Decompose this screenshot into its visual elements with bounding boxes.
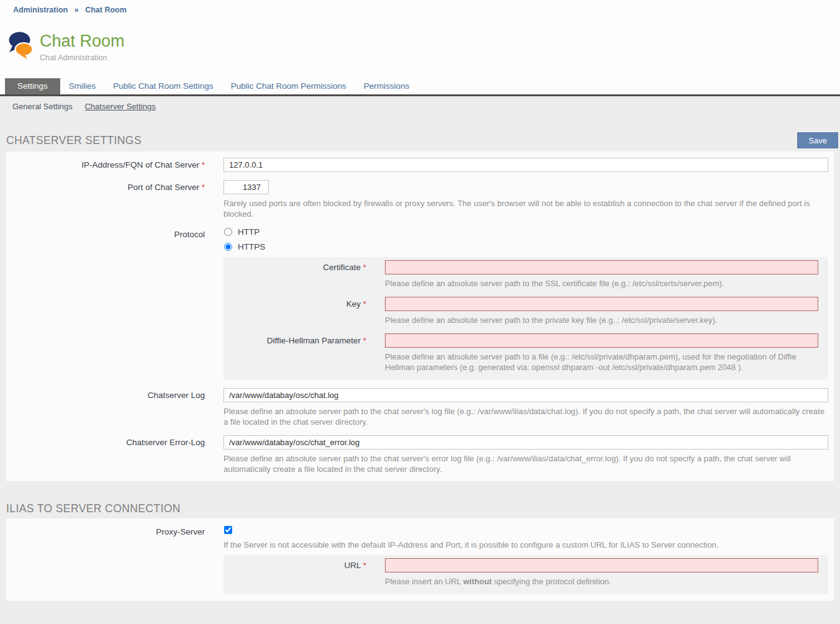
breadcrumb-link-chat-room[interactable]: Chat Room: [85, 6, 127, 14]
https-radio[interactable]: [224, 243, 232, 251]
chatserver-error-log-label: Chatserver Error-Log: [6, 435, 224, 474]
form-row-url: URL * Please insert an URL without speci…: [224, 558, 828, 587]
required-asterisk: *: [202, 160, 205, 170]
subtab-general-settings[interactable]: General Settings: [12, 102, 73, 111]
key-label: Key *: [224, 297, 385, 325]
section-title-client-connection: CLIENT TO SERVER CONNECTION: [6, 620, 192, 624]
breadcrumb-link-administration[interactable]: Administration: [13, 6, 68, 14]
form-row-ip-address: IP-Address/FQN of Chat Server *: [6, 158, 834, 172]
form-row-chatserver-error-log: Chatserver Error-Log Please define an ab…: [6, 435, 834, 474]
content: CHATSERVER SETTINGS Save IP-Address/FQN …: [6, 132, 834, 624]
breadcrumb: Administration » Chat Room: [0, 0, 840, 14]
url-byline: Please insert an URL without specifying …: [385, 576, 818, 587]
tab-public-chat-room-settings[interactable]: Public Chat Room Settings: [104, 78, 222, 94]
protocol-option-http[interactable]: HTTP: [224, 227, 828, 237]
port-byline: Rarely used ports are often blocked by f…: [224, 198, 828, 219]
required-asterisk: *: [363, 561, 366, 570]
title-block: Chat Room Chat Administration: [8, 32, 125, 62]
required-asterisk: *: [363, 263, 366, 272]
required-asterisk: *: [363, 299, 366, 309]
header: Administration » Chat Room Chat Room Cha…: [0, 0, 840, 96]
port-input[interactable]: [224, 180, 269, 194]
tab-public-chat-room-permissions[interactable]: Public Chat Room Permissions: [222, 78, 355, 94]
chatserver-error-log-byline: Please define an absolute server path to…: [224, 453, 828, 474]
diffie-hellman-byline: Please define an absolute server path to…: [385, 351, 818, 373]
section-head-client-connection: CLIENT TO SERVER CONNECTION: [6, 620, 834, 624]
url-input[interactable]: [385, 558, 818, 572]
chatserver-log-label: Chatserver Log: [6, 388, 224, 427]
tab-smilies[interactable]: Smilies: [60, 78, 105, 94]
chat-bubbles-icon: [8, 32, 33, 59]
page: Administration » Chat Room Chat Room Cha…: [0, 0, 840, 624]
page-title: Chat Room: [40, 32, 125, 50]
subtab-bar: General Settings Chatserver Settings: [0, 96, 840, 114]
chatserver-settings-form: IP-Address/FQN of Chat Server * Port of …: [6, 151, 834, 481]
diffie-hellman-input[interactable]: [385, 333, 818, 348]
chatserver-log-byline: Please define an absolute server path to…: [224, 406, 828, 427]
ilias-connection-form: Proxy-Server If the Server is not access…: [6, 518, 834, 601]
chatserver-log-input[interactable]: [224, 388, 828, 402]
key-byline: Please define an absolute server path to…: [385, 315, 818, 325]
form-row-diffie-hellman: Diffie-Hellman Parameter * Please define…: [224, 333, 828, 373]
http-radio[interactable]: [224, 228, 232, 236]
ilias-proxy-byline: If the Server is not accessible with the…: [224, 540, 828, 550]
form-row-port: Port of Chat Server * Rarely used ports …: [6, 180, 834, 219]
subtab-chatserver-settings[interactable]: Chatserver Settings: [84, 102, 155, 111]
section-title-ilias-connection: ILIAS TO SERVER CONNECTION: [6, 500, 181, 515]
certificate-byline: Please define an absolute server path to…: [385, 278, 818, 289]
form-row-chatserver-log: Chatserver Log Please define an absolute…: [6, 388, 834, 427]
chatserver-error-log-input[interactable]: [224, 435, 828, 450]
required-asterisk: *: [202, 183, 205, 192]
protocol-label: Protocol: [6, 227, 224, 380]
section-title-chatserver-settings: CHATSERVER SETTINGS: [6, 132, 142, 147]
ip-address-label: IP-Address/FQN of Chat Server *: [6, 158, 224, 172]
certificate-label: Certificate *: [224, 260, 385, 289]
save-button[interactable]: Save: [797, 132, 838, 148]
tab-settings[interactable]: Settings: [5, 78, 60, 94]
url-label: URL *: [224, 558, 385, 587]
protocol-option-https[interactable]: HTTPS: [224, 242, 828, 251]
key-input[interactable]: [385, 297, 818, 311]
required-asterisk: *: [363, 336, 366, 345]
port-label: Port of Chat Server *: [6, 180, 224, 219]
ilias-proxy-checkbox[interactable]: [224, 526, 232, 534]
ilias-proxy-label: Proxy-Server: [6, 525, 224, 594]
ip-address-input[interactable]: [224, 158, 828, 172]
tab-bar: Settings Smilies Public Chat Room Settin…: [5, 78, 418, 94]
section-head-chatserver-settings: CHATSERVER SETTINGS Save: [6, 132, 834, 148]
ilias-url-subform: URL * Please insert an URL without speci…: [224, 555, 828, 594]
section-head-ilias-connection: ILIAS TO SERVER CONNECTION: [6, 500, 834, 515]
tab-permissions[interactable]: Permissions: [355, 78, 418, 94]
form-row-ilias-proxy: Proxy-Server If the Server is not access…: [6, 525, 834, 594]
diffie-hellman-label: Diffie-Hellman Parameter *: [224, 333, 385, 373]
https-subform: Certificate * Please define an absolute …: [224, 257, 828, 380]
form-row-certificate: Certificate * Please define an absolute …: [224, 260, 828, 289]
form-row-key: Key * Please define an absolute server p…: [224, 297, 828, 325]
certificate-input[interactable]: [385, 260, 818, 274]
breadcrumb-separator: »: [75, 6, 79, 14]
form-row-protocol: Protocol HTTP HTTPS Certificate: [6, 227, 834, 380]
page-subtitle: Chat Administration: [40, 53, 125, 62]
